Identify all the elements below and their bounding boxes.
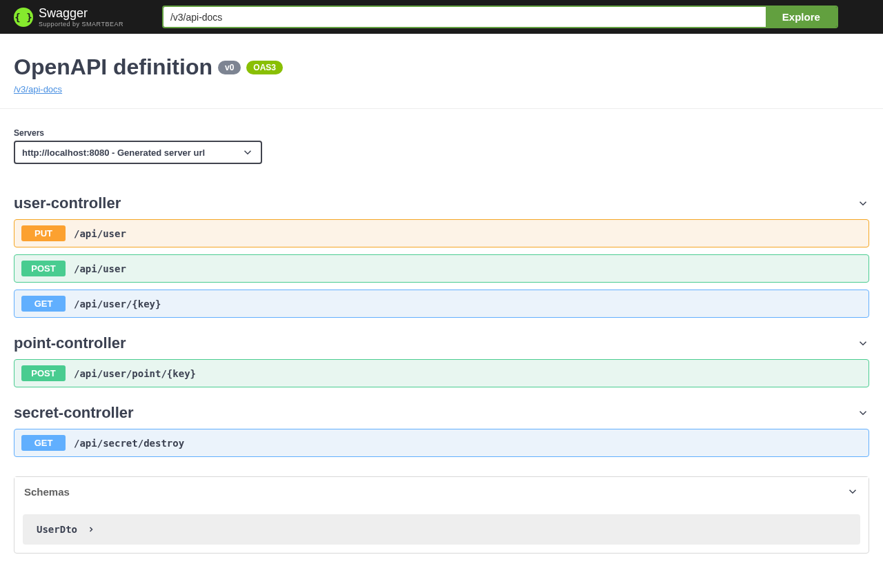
server-selected-value: http://localhost:8080 - Generated server… [22,148,205,158]
title-row: OpenAPI definition v0 OAS3 [14,54,869,80]
chevron-down-icon [857,197,869,210]
schemas-header[interactable]: Schemas [14,477,869,506]
operation-path: /api/user/point/{key} [74,368,196,379]
tag-name: point-controller [14,334,126,352]
schemas-section: Schemas UserDto [14,476,869,554]
spec-url-input[interactable] [163,7,766,27]
chevron-down-icon [857,337,869,349]
operation-path: /api/user/{key} [74,298,161,310]
http-method-badge: GET [21,435,66,451]
swagger-logo-icon: { } [14,8,33,27]
operation-block[interactable]: GET/api/user/{key} [14,290,869,318]
operation-block[interactable]: POST/api/user/point/{key} [14,359,869,387]
http-method-badge: PUT [21,225,66,241]
operation-path: /api/user [74,228,126,239]
explore-button[interactable]: Explore [766,7,837,27]
operation-path: /api/user [74,263,126,274]
brand-subtitle: Supported by SMARTBEAR [39,21,123,28]
server-select[interactable]: http://localhost:8080 - Generated server… [14,141,262,164]
base-url-link[interactable]: /v3/api-docs [14,84,869,94]
api-title: OpenAPI definition [14,54,212,80]
schema-name: UserDto [37,524,77,535]
servers-label: Servers [14,128,869,138]
tag-section: point-controllerPOST/api/user/point/{key… [14,330,869,387]
tag-header[interactable]: secret-controller [14,400,869,429]
version-badge: v0 [218,61,241,74]
oas-badge: OAS3 [246,61,283,74]
http-method-badge: GET [21,296,66,312]
chevron-right-icon [87,525,95,534]
brand-name: Swagger [39,6,123,21]
tag-name: secret-controller [14,404,134,422]
tag-section: user-controllerPUT/api/userPOST/api/user… [14,190,869,318]
chevron-down-icon [857,407,869,419]
schema-item[interactable]: UserDto [23,514,860,545]
operation-block[interactable]: POST/api/user [14,254,869,283]
servers-section: Servers http://localhost:8080 - Generate… [0,109,883,178]
schemas-title: Schemas [24,486,70,498]
tag-header[interactable]: point-controller [14,330,869,359]
tag-name: user-controller [14,194,121,212]
operations-content: user-controllerPUT/api/userPOST/api/user… [0,190,883,574]
schema-list: UserDto [14,506,869,553]
topbar: { } Swagger Supported by SMARTBEAR Explo… [0,0,883,34]
logo-text-wrap: Swagger Supported by SMARTBEAR [39,6,123,28]
info-section: OpenAPI definition v0 OAS3 /v3/api-docs [0,34,883,109]
tag-header[interactable]: user-controller [14,190,869,219]
operation-block[interactable]: PUT/api/user [14,219,869,247]
chevron-down-icon [846,485,859,498]
operation-path: /api/secret/destroy [74,438,184,449]
chevron-down-icon [241,146,254,159]
tag-section: secret-controllerGET/api/secret/destroy [14,400,869,457]
http-method-badge: POST [21,261,66,276]
http-method-badge: POST [21,365,66,381]
logo: { } Swagger Supported by SMARTBEAR [14,6,123,28]
operation-block[interactable]: GET/api/secret/destroy [14,429,869,457]
explore-form: Explore [162,6,838,28]
